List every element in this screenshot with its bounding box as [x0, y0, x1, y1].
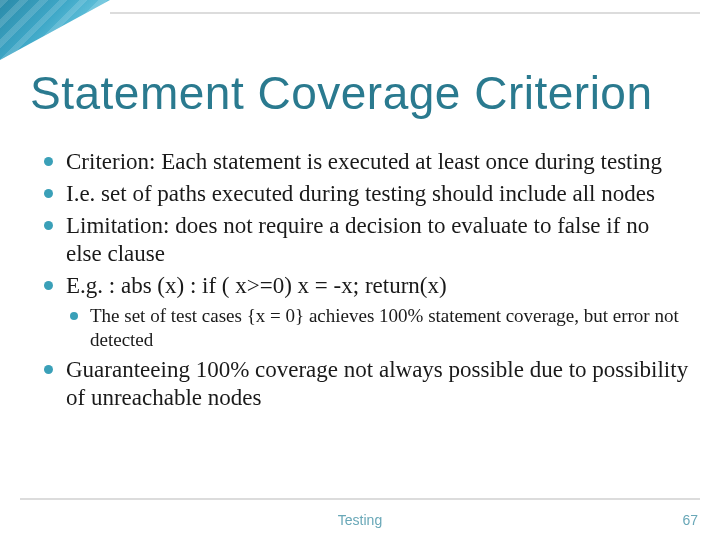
- bullet-list: Criterion: Each statement is executed at…: [40, 148, 690, 412]
- slide-body: Criterion: Each statement is executed at…: [40, 148, 690, 416]
- list-item: E.g. : abs (x) : if ( x>=0) x = -x; retu…: [40, 272, 690, 352]
- bullet-text: Criterion: Each statement is executed at…: [66, 149, 662, 174]
- list-item: I.e. set of paths executed during testin…: [40, 180, 690, 208]
- bullet-text: I.e. set of paths executed during testin…: [66, 181, 655, 206]
- bullet-text: Limitation: does not require a decision …: [66, 213, 649, 266]
- slide-title: Statement Coverage Criterion: [30, 66, 700, 120]
- bottom-divider: [20, 498, 700, 500]
- sub-bullet-list: The set of test cases {x = 0} achieves 1…: [66, 304, 690, 352]
- corner-accent-decoration: [0, 0, 110, 60]
- bullet-text: Guaranteeing 100% coverage not always po…: [66, 357, 688, 410]
- list-item: Guaranteeing 100% coverage not always po…: [40, 356, 690, 412]
- bullet-text: E.g. : abs (x) : if ( x>=0) x = -x; retu…: [66, 273, 447, 298]
- bullet-text: The set of test cases {x = 0} achieves 1…: [90, 305, 679, 350]
- list-item: Limitation: does not require a decision …: [40, 212, 690, 268]
- footer-label: Testing: [0, 512, 720, 528]
- top-divider: [110, 12, 700, 14]
- page-number: 67: [682, 512, 698, 528]
- list-item: Criterion: Each statement is executed at…: [40, 148, 690, 176]
- slide: Statement Coverage Criterion Criterion: …: [0, 0, 720, 540]
- list-item: The set of test cases {x = 0} achieves 1…: [66, 304, 690, 352]
